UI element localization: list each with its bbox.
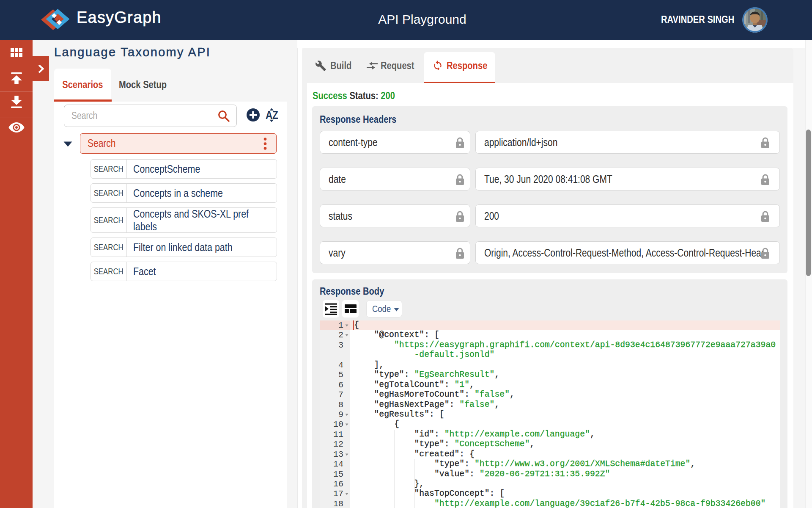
svg-text:Z: Z (272, 109, 278, 121)
